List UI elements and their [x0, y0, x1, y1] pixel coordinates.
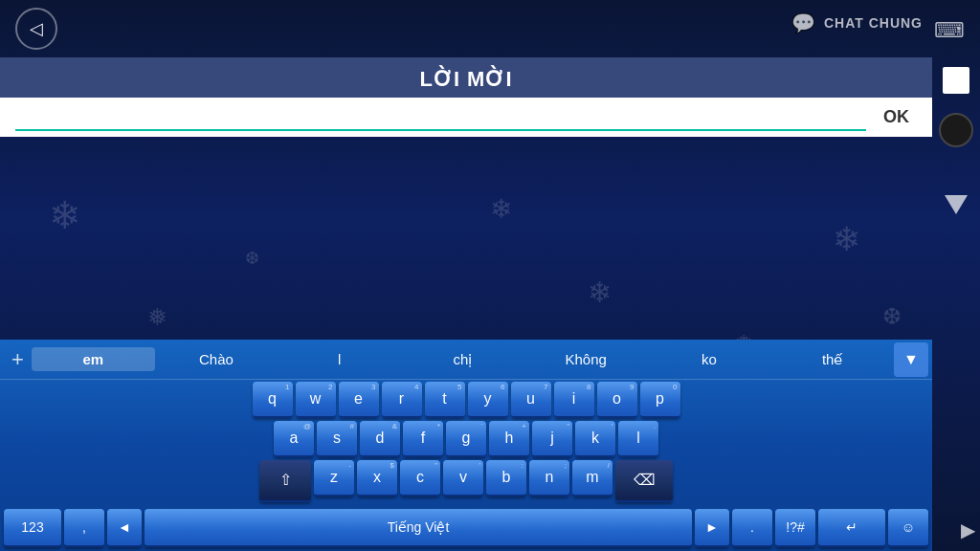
suggestion-item-2[interactable]: l	[278, 347, 401, 371]
input-row: OK	[0, 98, 932, 137]
dialog-title: LỜI MỜI	[0, 57, 932, 98]
key-o[interactable]: 9o	[597, 382, 637, 418]
key-n[interactable]: ;n	[529, 460, 569, 496]
key-u[interactable]: 7u	[511, 382, 551, 418]
key-punct[interactable]: !?#	[775, 509, 815, 547]
suggestion-item-4[interactable]: Không	[524, 347, 648, 371]
key-r[interactable]: 4r	[382, 382, 422, 418]
chat-title-area: 💬 CHAT CHUNG	[791, 11, 923, 34]
key-i[interactable]: 8i	[554, 382, 594, 418]
keyboard: + em Chào l chị Không ko thế ▼ 1q 2w 3e …	[0, 340, 932, 551]
triangle-button[interactable]	[945, 195, 968, 214]
key-shift[interactable]: ⇧	[259, 460, 311, 502]
white-square-button[interactable]	[943, 67, 969, 94]
suggestion-item-1[interactable]: Chào	[155, 347, 278, 371]
key-j[interactable]: "j	[532, 421, 572, 457]
key-f[interactable]: *f	[403, 421, 443, 457]
key-x[interactable]: $x	[357, 460, 397, 496]
key-l[interactable]: .l	[618, 421, 658, 457]
key-b[interactable]: :b	[486, 460, 526, 496]
invite-input[interactable]	[15, 104, 866, 131]
key-backspace[interactable]: ⌫	[615, 460, 673, 502]
key-spacebar[interactable]: Tiếng Việt	[145, 509, 692, 547]
key-123[interactable]: 123	[4, 509, 61, 547]
key-emoji[interactable]: ☺	[888, 509, 928, 547]
key-m[interactable]: /m	[572, 460, 612, 496]
key-z[interactable]: -z	[314, 460, 354, 496]
chat-icon: 💬	[791, 11, 816, 34]
top-bar: ◁ 💬 CHAT CHUNG ⌨	[0, 0, 980, 57]
suggestion-item-6[interactable]: thế	[770, 347, 894, 372]
back-icon: ◁	[30, 18, 43, 39]
key-s[interactable]: #s	[317, 421, 357, 457]
key-row-2: @a #s &d *f `g +h "j 'k .l	[4, 421, 928, 457]
key-right-arrow[interactable]: ►	[695, 509, 729, 547]
circle-button[interactable]	[939, 113, 973, 147]
key-d[interactable]: &d	[360, 421, 400, 457]
suggestions-row: + em Chào l chị Không ko thế ▼	[0, 340, 932, 380]
key-q[interactable]: 1q	[253, 382, 293, 418]
suggestion-arrow-button[interactable]: ▼	[894, 342, 928, 377]
suggestion-item-3[interactable]: chị	[401, 347, 524, 372]
keyboard-icon-button[interactable]: ⌨	[928, 10, 970, 52]
key-h[interactable]: +h	[489, 421, 529, 457]
key-g[interactable]: `g	[446, 421, 486, 457]
key-y[interactable]: 6y	[468, 382, 508, 418]
suggestion-item-5[interactable]: ko	[648, 347, 771, 371]
key-enter[interactable]: ↵	[818, 509, 885, 547]
key-k[interactable]: 'k	[575, 421, 615, 457]
key-row-1: 1q 2w 3e 4r 5t 6y 7u 8i 9o 0p	[4, 382, 928, 418]
right-arrow-button[interactable]: ▶	[961, 518, 975, 541]
key-a[interactable]: @a	[274, 421, 314, 457]
key-left-arrow[interactable]: ◄	[107, 509, 142, 547]
key-comma[interactable]: ,	[64, 509, 104, 547]
input-dialog: LỜI MỜI OK	[0, 57, 932, 137]
bottom-row: 123 , ◄ Tiếng Việt ► . !?# ↵ ☺	[0, 507, 932, 551]
suggestion-add-button[interactable]: +	[4, 347, 32, 372]
key-c[interactable]: "c	[400, 460, 440, 496]
key-row-3: ⇧ -z $x "c 'v :b ;n /m ⌫	[4, 460, 928, 502]
suggestion-item-0[interactable]: em	[32, 347, 155, 371]
right-side-panel: ▶	[932, 57, 980, 551]
key-v[interactable]: 'v	[443, 460, 483, 496]
key-period[interactable]: .	[732, 509, 772, 547]
chat-title: CHAT CHUNG	[824, 15, 923, 31]
back-button[interactable]: ◁	[15, 8, 57, 50]
keys-area: 1q 2w 3e 4r 5t 6y 7u 8i 9o 0p @a #s &d *…	[0, 380, 932, 507]
keyboard-icon: ⌨	[934, 18, 965, 43]
key-t[interactable]: 5t	[425, 382, 465, 418]
key-w[interactable]: 2w	[296, 382, 336, 418]
key-p[interactable]: 0p	[640, 382, 680, 418]
key-e[interactable]: 3e	[339, 382, 379, 418]
ok-button[interactable]: OK	[876, 103, 917, 131]
